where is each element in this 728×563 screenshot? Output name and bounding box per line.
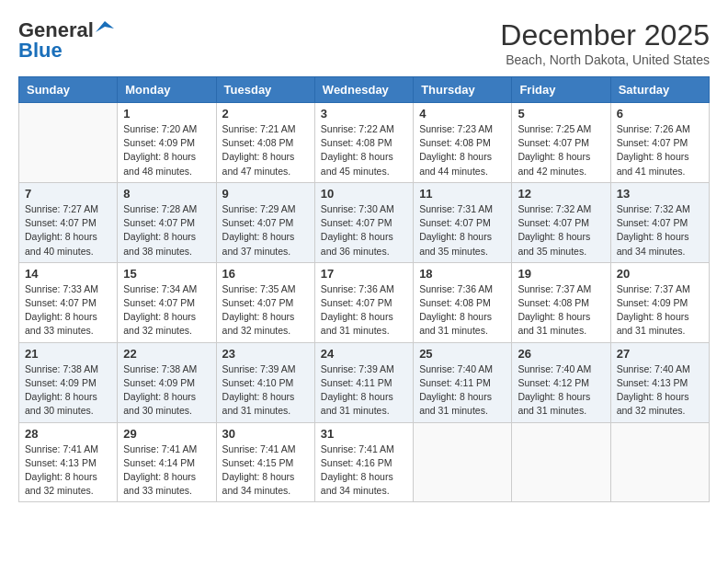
day-info: Sunrise: 7:32 AM Sunset: 4:07 PM Dayligh… bbox=[617, 202, 703, 259]
calendar-day-cell: 22Sunrise: 7:38 AM Sunset: 4:09 PM Dayli… bbox=[118, 342, 216, 422]
calendar-day-cell: 12Sunrise: 7:32 AM Sunset: 4:07 PM Dayli… bbox=[512, 182, 610, 262]
calendar-day-cell bbox=[414, 422, 512, 502]
svg-marker-0 bbox=[96, 21, 114, 32]
calendar-day-cell: 8Sunrise: 7:28 AM Sunset: 4:07 PM Daylig… bbox=[118, 182, 216, 262]
day-info: Sunrise: 7:38 AM Sunset: 4:09 PM Dayligh… bbox=[123, 362, 210, 419]
day-number: 24 bbox=[321, 347, 407, 361]
day-info: Sunrise: 7:30 AM Sunset: 4:07 PM Dayligh… bbox=[321, 202, 407, 259]
day-number: 4 bbox=[419, 107, 506, 121]
page-header: General Blue December 2025 Beach, North … bbox=[18, 18, 710, 67]
day-number: 17 bbox=[321, 267, 407, 281]
day-number: 7 bbox=[25, 187, 111, 201]
day-header-thursday: Thursday bbox=[414, 77, 512, 103]
calendar-day-cell bbox=[512, 422, 610, 502]
day-header-saturday: Saturday bbox=[610, 77, 709, 103]
day-number: 2 bbox=[222, 107, 309, 121]
calendar-day-cell: 13Sunrise: 7:32 AM Sunset: 4:07 PM Dayli… bbox=[610, 182, 709, 262]
day-info: Sunrise: 7:36 AM Sunset: 4:07 PM Dayligh… bbox=[321, 282, 407, 339]
calendar-day-cell bbox=[19, 103, 118, 183]
calendar-day-cell: 26Sunrise: 7:40 AM Sunset: 4:12 PM Dayli… bbox=[512, 342, 610, 422]
calendar-day-cell: 11Sunrise: 7:31 AM Sunset: 4:07 PM Dayli… bbox=[414, 182, 512, 262]
day-number: 10 bbox=[321, 187, 407, 201]
day-number: 29 bbox=[123, 427, 210, 441]
day-info: Sunrise: 7:31 AM Sunset: 4:07 PM Dayligh… bbox=[419, 202, 506, 259]
day-info: Sunrise: 7:25 AM Sunset: 4:07 PM Dayligh… bbox=[518, 122, 604, 178]
day-header-tuesday: Tuesday bbox=[216, 77, 314, 103]
day-number: 3 bbox=[321, 107, 407, 121]
day-number: 31 bbox=[321, 427, 407, 441]
day-info: Sunrise: 7:37 AM Sunset: 4:09 PM Dayligh… bbox=[617, 282, 703, 339]
day-info: Sunrise: 7:35 AM Sunset: 4:07 PM Dayligh… bbox=[222, 282, 309, 339]
day-number: 18 bbox=[419, 267, 506, 281]
day-info: Sunrise: 7:38 AM Sunset: 4:09 PM Dayligh… bbox=[25, 362, 111, 419]
day-info: Sunrise: 7:28 AM Sunset: 4:07 PM Dayligh… bbox=[123, 202, 210, 259]
calendar-day-cell: 16Sunrise: 7:35 AM Sunset: 4:07 PM Dayli… bbox=[216, 262, 314, 342]
calendar-day-cell: 19Sunrise: 7:37 AM Sunset: 4:08 PM Dayli… bbox=[512, 262, 610, 342]
logo-bird-icon bbox=[96, 19, 114, 41]
calendar-week-row: 21Sunrise: 7:38 AM Sunset: 4:09 PM Dayli… bbox=[19, 342, 710, 422]
calendar-day-cell: 5Sunrise: 7:25 AM Sunset: 4:07 PM Daylig… bbox=[512, 103, 610, 183]
calendar-day-cell: 14Sunrise: 7:33 AM Sunset: 4:07 PM Dayli… bbox=[19, 262, 118, 342]
calendar-day-cell: 17Sunrise: 7:36 AM Sunset: 4:07 PM Dayli… bbox=[314, 262, 413, 342]
day-number: 20 bbox=[617, 267, 703, 281]
calendar-day-cell: 23Sunrise: 7:39 AM Sunset: 4:10 PM Dayli… bbox=[216, 342, 314, 422]
logo: General Blue bbox=[18, 18, 114, 63]
calendar-week-row: 1Sunrise: 7:20 AM Sunset: 4:09 PM Daylig… bbox=[19, 103, 710, 183]
day-number: 19 bbox=[518, 267, 604, 281]
day-header-sunday: Sunday bbox=[19, 77, 118, 103]
day-info: Sunrise: 7:27 AM Sunset: 4:07 PM Dayligh… bbox=[25, 202, 111, 259]
calendar-day-cell: 1Sunrise: 7:20 AM Sunset: 4:09 PM Daylig… bbox=[118, 103, 216, 183]
day-header-wednesday: Wednesday bbox=[314, 77, 413, 103]
calendar-day-cell: 2Sunrise: 7:21 AM Sunset: 4:08 PM Daylig… bbox=[216, 103, 314, 183]
calendar-day-cell: 30Sunrise: 7:41 AM Sunset: 4:15 PM Dayli… bbox=[216, 422, 314, 502]
calendar-day-cell bbox=[610, 422, 709, 502]
day-number: 25 bbox=[419, 347, 506, 361]
month-title: December 2025 bbox=[500, 18, 710, 52]
day-info: Sunrise: 7:34 AM Sunset: 4:07 PM Dayligh… bbox=[123, 282, 210, 339]
day-number: 26 bbox=[518, 347, 604, 361]
day-number: 9 bbox=[222, 187, 309, 201]
day-info: Sunrise: 7:33 AM Sunset: 4:07 PM Dayligh… bbox=[25, 282, 111, 339]
day-number: 5 bbox=[518, 107, 604, 121]
day-info: Sunrise: 7:41 AM Sunset: 4:16 PM Dayligh… bbox=[321, 442, 407, 499]
day-number: 16 bbox=[222, 267, 309, 281]
calendar-week-row: 7Sunrise: 7:27 AM Sunset: 4:07 PM Daylig… bbox=[19, 182, 710, 262]
day-info: Sunrise: 7:32 AM Sunset: 4:07 PM Dayligh… bbox=[518, 202, 604, 259]
day-number: 8 bbox=[123, 187, 210, 201]
calendar-day-cell: 18Sunrise: 7:36 AM Sunset: 4:08 PM Dayli… bbox=[414, 262, 512, 342]
calendar-day-cell: 7Sunrise: 7:27 AM Sunset: 4:07 PM Daylig… bbox=[19, 182, 118, 262]
day-info: Sunrise: 7:39 AM Sunset: 4:11 PM Dayligh… bbox=[321, 362, 407, 419]
calendar-day-cell: 3Sunrise: 7:22 AM Sunset: 4:08 PM Daylig… bbox=[314, 103, 413, 183]
calendar-day-cell: 24Sunrise: 7:39 AM Sunset: 4:11 PM Dayli… bbox=[314, 342, 413, 422]
day-info: Sunrise: 7:26 AM Sunset: 4:07 PM Dayligh… bbox=[617, 122, 703, 178]
calendar-week-row: 14Sunrise: 7:33 AM Sunset: 4:07 PM Dayli… bbox=[19, 262, 710, 342]
day-number: 1 bbox=[123, 107, 210, 121]
day-info: Sunrise: 7:20 AM Sunset: 4:09 PM Dayligh… bbox=[123, 122, 210, 178]
day-info: Sunrise: 7:40 AM Sunset: 4:13 PM Dayligh… bbox=[617, 362, 703, 419]
calendar-header-row: SundayMondayTuesdayWednesdayThursdayFrid… bbox=[19, 77, 710, 103]
calendar-week-row: 28Sunrise: 7:41 AM Sunset: 4:13 PM Dayli… bbox=[19, 422, 710, 502]
day-info: Sunrise: 7:41 AM Sunset: 4:14 PM Dayligh… bbox=[123, 442, 210, 499]
day-info: Sunrise: 7:37 AM Sunset: 4:08 PM Dayligh… bbox=[518, 282, 604, 339]
day-header-monday: Monday bbox=[118, 77, 216, 103]
calendar-day-cell: 28Sunrise: 7:41 AM Sunset: 4:13 PM Dayli… bbox=[19, 422, 118, 502]
day-number: 6 bbox=[617, 107, 703, 121]
day-info: Sunrise: 7:23 AM Sunset: 4:08 PM Dayligh… bbox=[419, 122, 506, 178]
day-info: Sunrise: 7:36 AM Sunset: 4:08 PM Dayligh… bbox=[419, 282, 506, 339]
day-number: 12 bbox=[518, 187, 604, 201]
calendar-day-cell: 6Sunrise: 7:26 AM Sunset: 4:07 PM Daylig… bbox=[610, 103, 709, 183]
day-number: 14 bbox=[25, 267, 111, 281]
calendar-day-cell: 29Sunrise: 7:41 AM Sunset: 4:14 PM Dayli… bbox=[118, 422, 216, 502]
calendar-day-cell: 31Sunrise: 7:41 AM Sunset: 4:16 PM Dayli… bbox=[314, 422, 413, 502]
day-info: Sunrise: 7:40 AM Sunset: 4:11 PM Dayligh… bbox=[419, 362, 506, 419]
day-number: 11 bbox=[419, 187, 506, 201]
day-info: Sunrise: 7:22 AM Sunset: 4:08 PM Dayligh… bbox=[321, 122, 407, 178]
calendar-day-cell: 25Sunrise: 7:40 AM Sunset: 4:11 PM Dayli… bbox=[414, 342, 512, 422]
day-info: Sunrise: 7:29 AM Sunset: 4:07 PM Dayligh… bbox=[222, 202, 309, 259]
day-info: Sunrise: 7:39 AM Sunset: 4:10 PM Dayligh… bbox=[222, 362, 309, 419]
day-info: Sunrise: 7:40 AM Sunset: 4:12 PM Dayligh… bbox=[518, 362, 604, 419]
calendar-table: SundayMondayTuesdayWednesdayThursdayFrid… bbox=[18, 76, 710, 502]
calendar-day-cell: 10Sunrise: 7:30 AM Sunset: 4:07 PM Dayli… bbox=[314, 182, 413, 262]
calendar-day-cell: 4Sunrise: 7:23 AM Sunset: 4:08 PM Daylig… bbox=[414, 103, 512, 183]
calendar-day-cell: 21Sunrise: 7:38 AM Sunset: 4:09 PM Dayli… bbox=[19, 342, 118, 422]
